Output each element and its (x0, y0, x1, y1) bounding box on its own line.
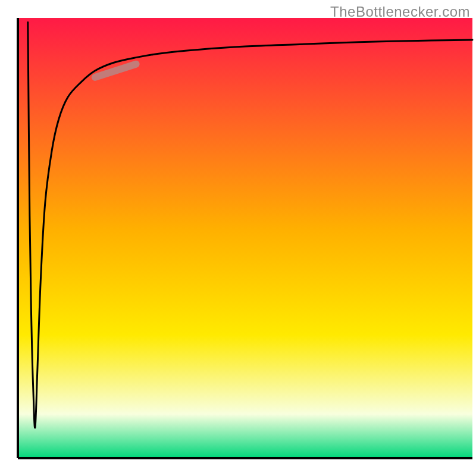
watermark-text: TheBottlenecker.com (330, 4, 470, 20)
plot-background (18, 18, 472, 458)
chart-container: TheBottlenecker.com (0, 0, 476, 476)
chart-svg (0, 0, 476, 476)
